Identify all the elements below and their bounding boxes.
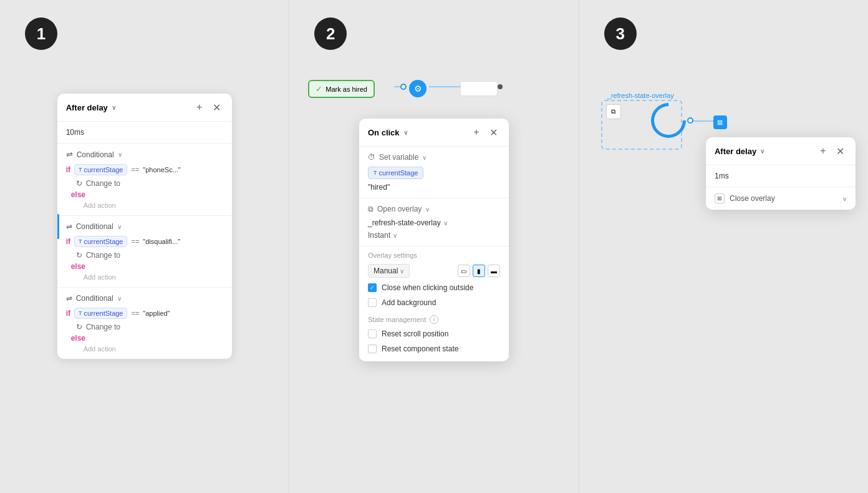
add-action-1[interactable]: Add action [84,202,223,209]
overlay-icon: ⧉ [368,205,374,213]
blue-end-node[interactable]: ⊠ [713,115,727,129]
close-button-1[interactable]: ✕ [211,101,223,114]
end-dot [498,84,503,89]
conditional-header-1[interactable]: ⇌ Conditional ∨ [66,150,223,159]
if-row-2: if T currentStage == "disqualifi..." [66,236,223,247]
var-chip-2[interactable]: T currentStage [74,236,127,247]
var-value: "hired" [368,183,500,192]
change-icon-2: ↻ [76,251,82,260]
blue-accent-bar [57,214,59,239]
set-variable-group: ⏱ Set variable ∨ T currentStage "hired" [359,147,509,198]
else-label-3: else [71,334,223,343]
overlay-settings-row: Manual ∨ ▭ ▮ ▬ [359,261,509,280]
conditional-icon-3: ⇌ [66,294,72,303]
change-icon-3: ↻ [76,323,82,331]
close-overlay-chevron: ∨ [842,195,847,202]
close-when-clicking-outside-cb[interactable] [368,283,377,292]
mark-as-hired-node[interactable]: ✓ Mark as hired [308,80,375,98]
section-2: 2 ··· ✓ Mark as hired ⚙ On click ∨ + [289,0,579,493]
close-button-3[interactable]: ✕ [834,145,847,157]
change-to-row-1[interactable]: ↻ Change to [76,179,223,188]
after-delay-panel-3: After delay ∨ + ✕ 1ms ⊠ Close overlay ∨ [706,137,856,210]
panel-header-1: After delay ∨ + ✕ [57,94,232,122]
right-box [460,81,498,96]
close-when-clicking-outside-row[interactable]: Close when clicking outside [359,280,509,295]
if-label-2: if [66,237,70,246]
var-chip-1[interactable]: T currentStage [74,164,127,175]
on-click-header: On click ∨ + ✕ [359,119,509,147]
conditional-header-3[interactable]: ⇌ Conditional ∨ [66,294,223,303]
device-icon-tablet[interactable]: ▮ [473,265,485,277]
on-click-panel: On click ∨ + ✕ ⏱ Set variable ∨ T curren… [359,119,509,361]
conditional-header-2[interactable]: ⇌ Conditional ∨ [66,222,223,231]
overlay-name-row[interactable]: _refresh-state-overlay ∨ [368,218,500,227]
change-to-row-3[interactable]: ↻ Change to [76,323,223,331]
reset-component-row[interactable]: Reset component state [359,341,509,356]
if-label-1: if [66,165,70,174]
step-badge-1: 1 [25,17,57,50]
conditional-chevron-2: ∨ [117,223,122,230]
else-label-2: else [71,262,223,271]
open-overlay-header[interactable]: ⧉ Open overlay ∨ [368,205,500,213]
add-action-2[interactable]: Add action [84,273,223,281]
if-label-3: if [66,309,70,318]
equals-1: == [131,166,139,173]
panel-title-3[interactable]: After delay ∨ [715,147,764,156]
state-mgmt-label: State management i [359,310,509,326]
equals-3: == [131,310,139,317]
delay-value-1: 10ms [57,122,232,144]
conditional-icon-1: ⇌ [66,150,73,159]
device-icon-phone[interactable]: ▭ [458,265,470,277]
add-background-cb[interactable] [368,298,377,307]
state-management-section: State management i Reset scroll position… [359,310,509,356]
title-chevron-1: ∨ [112,104,116,111]
manual-select[interactable]: Manual ∨ [368,264,410,278]
on-click-close[interactable]: ✕ [488,126,500,139]
conditional-icon-2: ⇌ [66,222,72,231]
step-badge-3: 3 [604,17,637,50]
equals-2: == [131,238,139,245]
connector-2 [429,86,460,87]
reset-scroll-row[interactable]: Reset scroll position [359,326,509,341]
if-row-1: if T currentStage == "phoneSc..." [66,164,223,175]
reset-component-cb[interactable] [368,344,377,353]
gear-node[interactable]: ⚙ [409,80,427,97]
overlay-tag-label: _refresh-state-overlay [607,92,674,99]
flow-canvas-2: ✓ Mark as hired ⚙ [302,75,566,106]
after-delay-panel-1: After delay ∨ + ✕ 10ms ⇌ Conditional ∨ i… [57,94,232,359]
else-label-1: else [71,190,223,199]
conditional-chevron-1: ∨ [118,151,122,158]
var-chip-3[interactable]: T currentStage [74,308,127,319]
on-click-chevron: ∨ [403,129,408,136]
small-icon-box-3: ⧉ [606,104,621,119]
info-icon[interactable]: i [430,315,438,324]
delay-value-3: 1ms [706,165,856,187]
close-overlay-row[interactable]: ⊠ Close overlay ∨ [706,187,856,210]
change-to-row-2[interactable]: ↻ Change to [76,251,223,260]
on-click-add[interactable]: + [470,126,483,139]
current-stage-chip[interactable]: T currentStage [368,167,423,179]
panel-title-1[interactable]: After delay ∨ [66,103,116,112]
device-icon-desktop[interactable]: ▬ [488,265,500,277]
instant-row[interactable]: Instant ∨ [368,231,500,240]
device-icons: ▭ ▮ ▬ [458,265,500,277]
change-icon-1: ↻ [76,179,82,188]
check-icon: ✓ [316,84,322,94]
var-name-row: T currentStage [368,167,500,179]
open-overlay-group: ⧉ Open overlay ∨ _refresh-state-overlay … [359,198,509,246]
add-background-row[interactable]: Add background [359,295,509,310]
set-variable-header[interactable]: ⏱ Set variable ∨ [368,153,500,162]
add-action-3[interactable]: Add action [84,345,223,353]
on-click-title[interactable]: On click ∨ [368,128,408,137]
reset-scroll-cb[interactable] [368,329,377,338]
conditional-block-2: ⇌ Conditional ∨ if T currentStage == "di… [57,216,232,288]
section-3: 3 ··· _refresh-state-overlay ⧉ ⊠ After d… [579,0,868,493]
add-button-3[interactable]: + [817,145,829,157]
add-button-1[interactable]: + [193,101,206,114]
overlay-settings-label: Overlay settings [359,246,509,261]
connector-dot-3 [687,117,693,124]
clock-icon: ⏱ [368,153,375,162]
close-overlay-icon: ⊠ [715,193,725,203]
conditional-block-3: ⇌ Conditional ∨ if T currentStage == "ap… [57,288,232,359]
title-chevron-3: ∨ [760,148,764,155]
